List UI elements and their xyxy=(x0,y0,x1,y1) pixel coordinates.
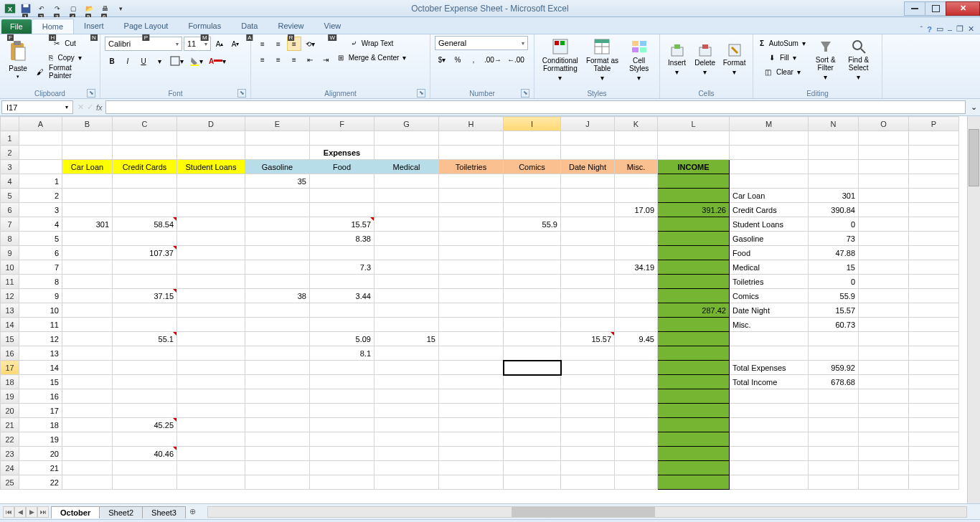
cell-H10[interactable] xyxy=(439,260,504,275)
col-header-P[interactable]: P xyxy=(909,117,959,131)
cell-N14[interactable]: 60.73 xyxy=(809,318,859,332)
cell-I16[interactable] xyxy=(504,346,561,361)
col-header-C[interactable]: C xyxy=(113,117,177,131)
row-header-8[interactable]: 8 xyxy=(1,232,19,246)
col-header-D[interactable]: D xyxy=(177,117,245,131)
cell-G23[interactable] xyxy=(374,447,439,461)
cell-H11[interactable] xyxy=(439,275,504,289)
cell-E17[interactable] xyxy=(245,361,310,375)
cell-F6[interactable] xyxy=(310,203,374,217)
inc-decimal-button[interactable]: .00→ xyxy=(482,52,504,67)
cell-B15[interactable] xyxy=(62,332,113,346)
cell-P8[interactable] xyxy=(909,232,959,246)
cell-K1[interactable] xyxy=(615,131,658,146)
cell-H9[interactable] xyxy=(439,246,504,260)
comma-button[interactable]: , xyxy=(466,52,481,67)
cell-N25[interactable] xyxy=(809,475,859,490)
row-header-2[interactable]: 2 xyxy=(1,146,19,160)
cell-G1[interactable] xyxy=(374,131,439,146)
cell-I11[interactable] xyxy=(504,275,561,289)
cell-H5[interactable] xyxy=(439,189,504,203)
cell-G24[interactable] xyxy=(374,461,439,475)
cell-D6[interactable] xyxy=(177,203,245,217)
cell-F8[interactable]: 8.38 xyxy=(310,232,374,246)
cell-C23[interactable]: 40.46 xyxy=(113,447,177,461)
format-cells-button[interactable]: Format▾ xyxy=(720,36,748,83)
orientation-button[interactable]: ⟲▾ xyxy=(303,37,317,51)
cell-C20[interactable] xyxy=(113,404,177,418)
cell-M14[interactable]: Misc. xyxy=(730,318,809,332)
qat-undo-icon[interactable]: ↶2 xyxy=(34,2,49,15)
sheet-nav-next[interactable]: ▶ xyxy=(26,506,37,518)
cell-B11[interactable] xyxy=(62,275,113,289)
cell-N20[interactable] xyxy=(809,404,859,418)
cell-B9[interactable] xyxy=(62,246,113,260)
cell-H6[interactable] xyxy=(439,203,504,217)
cell-E2[interactable] xyxy=(245,146,310,160)
col-header-N[interactable]: N xyxy=(809,117,859,131)
cell-M10[interactable]: Medical xyxy=(730,260,809,275)
cell-C6[interactable] xyxy=(113,203,177,217)
cell-P1[interactable] xyxy=(909,131,959,146)
cell-P7[interactable] xyxy=(909,217,959,232)
cell-C9[interactable]: 107.37 xyxy=(113,246,177,260)
cell-L14[interactable] xyxy=(658,318,730,332)
cell-F22[interactable] xyxy=(310,432,374,447)
cell-O5[interactable] xyxy=(859,189,909,203)
cell-B18[interactable] xyxy=(62,375,113,389)
cell-J14[interactable] xyxy=(561,318,615,332)
cell-styles-button[interactable]: Cell Styles▾ xyxy=(623,36,655,83)
cell-E20[interactable] xyxy=(245,404,310,418)
cell-A21[interactable]: 18 xyxy=(19,418,62,432)
row-header-23[interactable]: 23 xyxy=(1,447,19,461)
cell-B3[interactable]: Car Loan xyxy=(62,160,113,174)
cell-G18[interactable] xyxy=(374,375,439,389)
copy-button[interactable]: ⎘ Copy ▾ xyxy=(34,50,95,65)
cell-D19[interactable] xyxy=(177,389,245,404)
cell-O8[interactable] xyxy=(859,232,909,246)
cell-P18[interactable] xyxy=(909,375,959,389)
cell-L1[interactable] xyxy=(658,131,730,146)
cell-O15[interactable] xyxy=(859,332,909,346)
cell-H23[interactable] xyxy=(439,447,504,461)
cell-N6[interactable]: 390.84 xyxy=(809,203,859,217)
cell-G3[interactable]: Medical xyxy=(374,160,439,174)
align-right-button[interactable]: ≡ xyxy=(287,52,301,67)
cell-I10[interactable] xyxy=(504,260,561,275)
cell-B17[interactable] xyxy=(62,361,113,375)
tab-review[interactable]: ReviewR xyxy=(268,19,314,34)
cell-O6[interactable] xyxy=(859,203,909,217)
cell-G14[interactable] xyxy=(374,318,439,332)
percent-button[interactable]: % xyxy=(451,52,465,67)
cell-E25[interactable] xyxy=(245,475,310,490)
minimize-ribbon-icon[interactable]: ˆ xyxy=(920,25,923,34)
cell-A16[interactable]: 13 xyxy=(19,346,62,361)
cell-M6[interactable]: Credit Cards xyxy=(730,203,809,217)
cell-H19[interactable] xyxy=(439,389,504,404)
cell-G10[interactable] xyxy=(374,260,439,275)
cell-P15[interactable] xyxy=(909,332,959,346)
cell-I20[interactable] xyxy=(504,404,561,418)
cell-I18[interactable] xyxy=(504,375,561,389)
cell-P12[interactable] xyxy=(909,289,959,303)
cell-H1[interactable] xyxy=(439,131,504,146)
cell-N18[interactable]: 678.68 xyxy=(809,375,859,389)
cell-E6[interactable] xyxy=(245,203,310,217)
cell-O22[interactable] xyxy=(859,432,909,447)
cell-C5[interactable] xyxy=(113,189,177,203)
cell-P17[interactable] xyxy=(909,361,959,375)
cell-D13[interactable] xyxy=(177,303,245,318)
number-format-combo[interactable]: General▾ xyxy=(435,36,528,50)
cell-M13[interactable]: Date Night xyxy=(730,303,809,318)
cell-H12[interactable] xyxy=(439,289,504,303)
cell-A10[interactable]: 7 xyxy=(19,260,62,275)
cell-C17[interactable] xyxy=(113,361,177,375)
cell-O10[interactable] xyxy=(859,260,909,275)
cell-D4[interactable] xyxy=(177,174,245,189)
cell-K15[interactable]: 9.45 xyxy=(615,332,658,346)
cell-N23[interactable] xyxy=(809,447,859,461)
cell-O3[interactable] xyxy=(859,160,909,174)
qat-excel-icon[interactable]: X xyxy=(3,2,17,15)
cell-O1[interactable] xyxy=(859,131,909,146)
cell-A8[interactable]: 5 xyxy=(19,232,62,246)
